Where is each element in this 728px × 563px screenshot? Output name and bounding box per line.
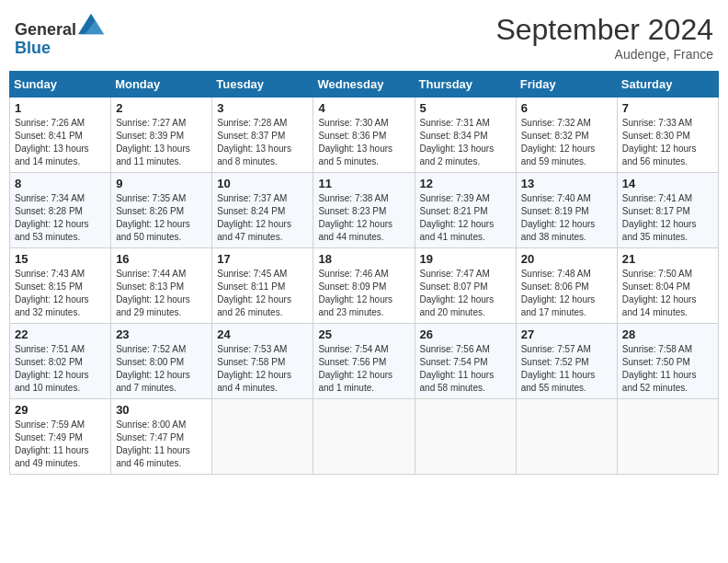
- calendar-cell: [516, 399, 617, 475]
- day-number: 4: [318, 101, 409, 115]
- weekday-header-saturday: Saturday: [617, 72, 718, 98]
- day-number: 29: [15, 403, 106, 417]
- calendar-cell: 29Sunrise: 7:59 AMSunset: 7:49 PMDayligh…: [10, 399, 111, 475]
- logo-text: General Blue: [15, 13, 104, 58]
- calendar-cell: 13Sunrise: 7:40 AMSunset: 8:19 PMDayligh…: [516, 173, 617, 248]
- page-header: General Blue September 2024 Audenge, Fra…: [9, 9, 719, 65]
- day-info: Sunrise: 8:00 AMSunset: 7:47 PMDaylight:…: [116, 419, 207, 470]
- calendar-cell: 25Sunrise: 7:54 AMSunset: 7:56 PMDayligh…: [313, 324, 415, 399]
- calendar-cell: 11Sunrise: 7:38 AMSunset: 8:23 PMDayligh…: [313, 173, 415, 248]
- day-info: Sunrise: 7:37 AMSunset: 8:24 PMDaylight:…: [217, 192, 308, 244]
- calendar-cell: 2Sunrise: 7:27 AMSunset: 8:39 PMDaylight…: [111, 98, 212, 173]
- day-info: Sunrise: 7:27 AMSunset: 8:39 PMDaylight:…: [116, 117, 207, 168]
- calendar-week-row: 22Sunrise: 7:51 AMSunset: 8:02 PMDayligh…: [10, 324, 719, 399]
- day-number: 15: [15, 252, 106, 266]
- day-number: 24: [217, 327, 308, 341]
- day-number: 18: [318, 252, 409, 266]
- day-info: Sunrise: 7:31 AMSunset: 8:34 PMDaylight:…: [420, 117, 511, 168]
- calendar-cell: 12Sunrise: 7:39 AMSunset: 8:21 PMDayligh…: [415, 173, 516, 248]
- day-info: Sunrise: 7:45 AMSunset: 8:11 PMDaylight:…: [217, 268, 308, 319]
- calendar-header-row: SundayMondayTuesdayWednesdayThursdayFrid…: [10, 72, 719, 98]
- day-number: 27: [521, 327, 612, 341]
- calendar-cell: 6Sunrise: 7:32 AMSunset: 8:32 PMDaylight…: [516, 98, 617, 173]
- day-number: 11: [318, 177, 409, 190]
- calendar-cell: 17Sunrise: 7:45 AMSunset: 8:11 PMDayligh…: [212, 248, 313, 324]
- day-number: 9: [116, 177, 207, 190]
- calendar-week-row: 8Sunrise: 7:34 AMSunset: 8:28 PMDaylight…: [10, 173, 719, 248]
- day-number: 28: [622, 327, 713, 341]
- calendar-cell: 30Sunrise: 8:00 AMSunset: 7:47 PMDayligh…: [111, 399, 212, 475]
- day-number: 6: [521, 101, 612, 115]
- calendar-week-row: 29Sunrise: 7:59 AMSunset: 7:49 PMDayligh…: [10, 399, 719, 475]
- weekday-header-friday: Friday: [516, 72, 617, 98]
- day-number: 30: [116, 403, 207, 417]
- day-number: 25: [318, 327, 409, 341]
- weekday-header-wednesday: Wednesday: [313, 72, 415, 98]
- day-number: 3: [217, 101, 308, 115]
- calendar-cell: 15Sunrise: 7:43 AMSunset: 8:15 PMDayligh…: [10, 248, 111, 324]
- day-info: Sunrise: 7:53 AMSunset: 7:58 PMDaylight:…: [217, 343, 308, 395]
- calendar-table: SundayMondayTuesdayWednesdayThursdayFrid…: [9, 71, 719, 475]
- calendar-cell: [415, 399, 516, 475]
- day-number: 5: [420, 101, 511, 115]
- calendar-cell: 5Sunrise: 7:31 AMSunset: 8:34 PMDaylight…: [415, 98, 516, 173]
- calendar-cell: 18Sunrise: 7:46 AMSunset: 8:09 PMDayligh…: [313, 248, 415, 324]
- month-title: September 2024: [495, 13, 713, 47]
- day-number: 23: [116, 327, 207, 341]
- day-info: Sunrise: 7:48 AMSunset: 8:06 PMDaylight:…: [521, 268, 612, 319]
- weekday-header-monday: Monday: [111, 72, 212, 98]
- weekday-header-thursday: Thursday: [415, 72, 516, 98]
- day-number: 21: [622, 252, 713, 266]
- calendar-body: 1Sunrise: 7:26 AMSunset: 8:41 PMDaylight…: [10, 98, 719, 475]
- weekday-header-sunday: Sunday: [10, 72, 111, 98]
- day-number: 17: [217, 252, 308, 266]
- day-number: 7: [622, 101, 713, 115]
- calendar-cell: 22Sunrise: 7:51 AMSunset: 8:02 PMDayligh…: [10, 324, 111, 399]
- day-number: 22: [15, 327, 106, 341]
- calendar-cell: 16Sunrise: 7:44 AMSunset: 8:13 PMDayligh…: [111, 248, 212, 324]
- day-number: 1: [15, 101, 106, 115]
- calendar-week-row: 1Sunrise: 7:26 AMSunset: 8:41 PMDaylight…: [10, 98, 719, 173]
- day-info: Sunrise: 7:41 AMSunset: 8:17 PMDaylight:…: [622, 192, 713, 244]
- day-info: Sunrise: 7:33 AMSunset: 8:30 PMDaylight:…: [622, 117, 713, 168]
- day-number: 16: [116, 252, 207, 266]
- calendar-cell: 20Sunrise: 7:48 AMSunset: 8:06 PMDayligh…: [516, 248, 617, 324]
- day-info: Sunrise: 7:47 AMSunset: 8:07 PMDaylight:…: [420, 268, 511, 319]
- day-info: Sunrise: 7:38 AMSunset: 8:23 PMDaylight:…: [318, 192, 409, 244]
- calendar-cell: 19Sunrise: 7:47 AMSunset: 8:07 PMDayligh…: [415, 248, 516, 324]
- day-number: 14: [622, 177, 713, 190]
- calendar-cell: 21Sunrise: 7:50 AMSunset: 8:04 PMDayligh…: [617, 248, 718, 324]
- day-info: Sunrise: 7:56 AMSunset: 7:54 PMDaylight:…: [420, 343, 511, 395]
- calendar-cell: 26Sunrise: 7:56 AMSunset: 7:54 PMDayligh…: [415, 324, 516, 399]
- location: Audenge, France: [495, 47, 713, 62]
- calendar-cell: 3Sunrise: 7:28 AMSunset: 8:37 PMDaylight…: [212, 98, 313, 173]
- day-info: Sunrise: 7:40 AMSunset: 8:19 PMDaylight:…: [521, 192, 612, 244]
- day-info: Sunrise: 7:28 AMSunset: 8:37 PMDaylight:…: [217, 117, 308, 168]
- day-info: Sunrise: 7:34 AMSunset: 8:28 PMDaylight:…: [15, 192, 106, 244]
- day-number: 13: [521, 177, 612, 190]
- day-info: Sunrise: 7:58 AMSunset: 7:50 PMDaylight:…: [622, 343, 713, 395]
- day-info: Sunrise: 7:54 AMSunset: 7:56 PMDaylight:…: [318, 343, 409, 395]
- calendar-week-row: 15Sunrise: 7:43 AMSunset: 8:15 PMDayligh…: [10, 248, 719, 324]
- day-info: Sunrise: 7:26 AMSunset: 8:41 PMDaylight:…: [15, 117, 106, 168]
- day-info: Sunrise: 7:51 AMSunset: 8:02 PMDaylight:…: [15, 343, 106, 395]
- logo: General Blue: [15, 13, 104, 58]
- weekday-header-tuesday: Tuesday: [212, 72, 313, 98]
- day-info: Sunrise: 7:57 AMSunset: 7:52 PMDaylight:…: [521, 343, 612, 395]
- calendar-cell: 14Sunrise: 7:41 AMSunset: 8:17 PMDayligh…: [617, 173, 718, 248]
- calendar-cell: 28Sunrise: 7:58 AMSunset: 7:50 PMDayligh…: [617, 324, 718, 399]
- day-info: Sunrise: 7:44 AMSunset: 8:13 PMDaylight:…: [116, 268, 207, 319]
- day-info: Sunrise: 7:46 AMSunset: 8:09 PMDaylight:…: [318, 268, 409, 319]
- day-info: Sunrise: 7:59 AMSunset: 7:49 PMDaylight:…: [15, 419, 106, 470]
- day-info: Sunrise: 7:50 AMSunset: 8:04 PMDaylight:…: [622, 268, 713, 319]
- calendar-cell: 8Sunrise: 7:34 AMSunset: 8:28 PMDaylight…: [10, 173, 111, 248]
- day-number: 20: [521, 252, 612, 266]
- calendar-cell: 10Sunrise: 7:37 AMSunset: 8:24 PMDayligh…: [212, 173, 313, 248]
- logo-general: General: [15, 20, 76, 39]
- calendar-cell: [617, 399, 718, 475]
- calendar-cell: [313, 399, 415, 475]
- day-number: 2: [116, 101, 207, 115]
- day-info: Sunrise: 7:52 AMSunset: 8:00 PMDaylight:…: [116, 343, 207, 395]
- logo-blue: Blue: [15, 39, 51, 57]
- calendar-cell: 4Sunrise: 7:30 AMSunset: 8:36 PMDaylight…: [313, 98, 415, 173]
